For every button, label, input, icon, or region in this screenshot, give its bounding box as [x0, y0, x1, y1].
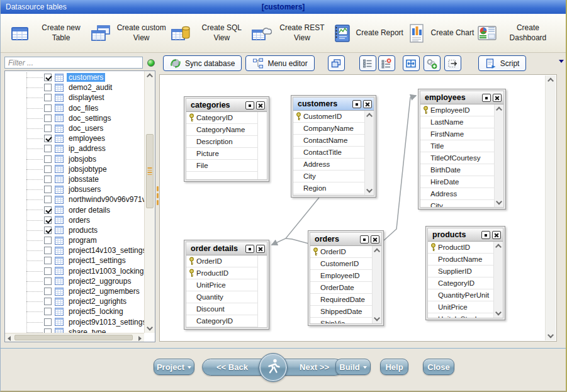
tree-item-displaytest[interactable]: displaytest [5, 92, 144, 103]
sync-database-button[interactable]: Sync database [163, 55, 242, 71]
field-row[interactable]: EmployeeID [310, 270, 372, 282]
table-scrollbar[interactable] [364, 111, 374, 195]
field-row[interactable]: CustomerID [293, 111, 364, 123]
checkbox[interactable] [44, 247, 52, 254]
ribbon-item-create-rest-view[interactable]: Create REST View [250, 23, 328, 44]
checkbox[interactable] [44, 298, 52, 305]
table-scrollbar[interactable] [372, 246, 381, 323]
table-header[interactable]: orders [310, 233, 381, 246]
checkbox[interactable] [44, 277, 52, 285]
scroll-left-icon[interactable] [8, 336, 11, 341]
field-row[interactable]: OrderID [310, 246, 372, 258]
scroll-down-icon[interactable] [547, 332, 554, 339]
tree-item-project2-ugmembers[interactable]: project2_ugmembers [5, 286, 144, 296]
scroll-down-icon[interactable] [495, 310, 502, 316]
export-layout-button[interactable] [444, 55, 461, 71]
scroll-down-icon[interactable] [496, 199, 502, 205]
checkbox[interactable] [44, 165, 52, 173]
field-row[interactable]: UnitPrice [186, 279, 257, 291]
build-button[interactable]: Build [335, 359, 371, 375]
checkbox[interactable] [44, 145, 52, 152]
toolbar-overflow-icon[interactable] [559, 60, 564, 63]
field-row[interactable]: OrderDate [310, 282, 372, 294]
checkbox[interactable] [44, 196, 52, 203]
tree-item-project14v103-settings[interactable]: project14v103_settings [5, 245, 144, 255]
field-row[interactable]: CustomerID [310, 258, 372, 270]
tree-item-demo2-audit[interactable]: demo2_audit [5, 82, 144, 92]
tree-item-project1v1003-locking[interactable]: project1v1003_locking [5, 266, 144, 276]
canvas-vertical-scrollbar[interactable] [545, 76, 556, 340]
diagram-table-employees[interactable]: employeesEmployeeIDLastNameFirstNameTitl… [418, 89, 506, 210]
scroll-up-icon[interactable] [366, 113, 373, 120]
checkbox[interactable] [44, 206, 52, 214]
checkbox[interactable] [44, 308, 52, 315]
field-row[interactable]: File [186, 160, 257, 172]
scroll-up-icon[interactable] [547, 78, 554, 84]
ribbon-item-create-chart[interactable]: Create Chart [406, 23, 474, 44]
field-row[interactable]: EmployeeID [420, 104, 494, 116]
ribbon-item-create-dashboard[interactable]: Create Dashboard [476, 23, 554, 44]
diagram-table-orders[interactable]: ordersOrderIDCustomerIDEmployeeIDOrderDa… [308, 230, 384, 326]
checkbox[interactable] [44, 125, 52, 132]
menu-editor-button[interactable]: Menu editor [245, 55, 314, 71]
tree-item-ip-address[interactable]: ip_address [5, 143, 144, 154]
diagram-table-order-details[interactable]: order detailsOrderIDProductIDUnitPriceQu… [184, 240, 269, 330]
field-row[interactable]: HireDate [420, 176, 494, 188]
close-icon[interactable] [256, 245, 265, 253]
scroll-down-icon[interactable] [147, 325, 153, 331]
field-row[interactable]: SupplierID [428, 266, 493, 277]
close-icon[interactable] [492, 231, 501, 239]
field-row[interactable]: City [293, 171, 364, 182]
fit-width-button[interactable] [403, 55, 420, 71]
field-row[interactable]: ProductName [428, 254, 493, 266]
scroll-down-icon[interactable] [366, 187, 373, 193]
field-row[interactable]: ContactName [293, 135, 364, 147]
tree-item-jobsstate[interactable]: jobsstate [5, 174, 144, 184]
tree-item-doc-settings[interactable]: doc_settings [5, 113, 144, 123]
cascade-windows-button[interactable] [328, 55, 345, 71]
add-relation-button[interactable] [424, 55, 441, 71]
next-button[interactable]: Next >> [300, 362, 329, 372]
filter-input[interactable] [4, 57, 143, 69]
close-icon[interactable] [256, 101, 265, 109]
field-list-alert-button[interactable] [378, 55, 395, 71]
table-header[interactable]: customers [293, 98, 374, 111]
checkbox[interactable] [44, 84, 52, 91]
checkbox[interactable] [44, 115, 52, 122]
ribbon-item-create-report[interactable]: Create Report [331, 23, 403, 44]
table-scrollbar[interactable] [493, 242, 503, 318]
tree-vscroll-thumb[interactable] [146, 134, 154, 208]
tree-vertical-scrollbar[interactable] [144, 71, 155, 333]
field-row[interactable]: Picture [186, 148, 257, 160]
checkbox[interactable] [44, 74, 52, 81]
field-row[interactable]: Title [420, 140, 494, 152]
tree-item-customers[interactable]: customers [5, 72, 144, 82]
field-row[interactable]: City [420, 200, 494, 207]
field-row[interactable]: Region [293, 182, 364, 194]
field-row[interactable]: QuantityPerUnit [428, 289, 493, 301]
checkbox[interactable] [44, 257, 52, 264]
field-row[interactable]: Quantity [186, 291, 257, 303]
checkbox[interactable] [44, 176, 52, 183]
scroll-down-icon[interactable] [374, 315, 380, 322]
titlebar[interactable]: Datasource tables [customers] [1, 0, 566, 14]
table-header[interactable]: employees [420, 91, 503, 104]
checkbox[interactable] [44, 216, 52, 224]
tree-item-doc-files[interactable]: doc_files [5, 103, 144, 113]
diagram-table-customers[interactable]: customersCustomerIDCompanyNameContactNam… [291, 95, 376, 198]
run-button[interactable] [259, 353, 288, 382]
close-icon[interactable] [371, 235, 379, 244]
minimize-icon[interactable] [482, 94, 491, 102]
tree-item-jobsjobs[interactable]: jobsjobs [5, 154, 144, 164]
tree-item-products[interactable]: products [5, 225, 144, 235]
project-button[interactable]: Project [154, 359, 194, 375]
checkbox[interactable] [44, 186, 52, 193]
field-row[interactable]: Address [293, 159, 364, 171]
minimize-icon[interactable] [481, 231, 490, 239]
ribbon-item-create-custom-view[interactable]: Create custom View [90, 23, 168, 44]
tree-item-project9v1013-settings[interactable]: project9v1013_settings [5, 317, 144, 327]
close-button[interactable]: Close [423, 359, 454, 375]
diagram-table-categories[interactable]: categoriesCategoryIDCategoryNameDescript… [184, 96, 269, 182]
field-row[interactable]: Description [186, 136, 257, 148]
ribbon-item-create-sql-view[interactable]: Create SQL View [170, 23, 248, 44]
